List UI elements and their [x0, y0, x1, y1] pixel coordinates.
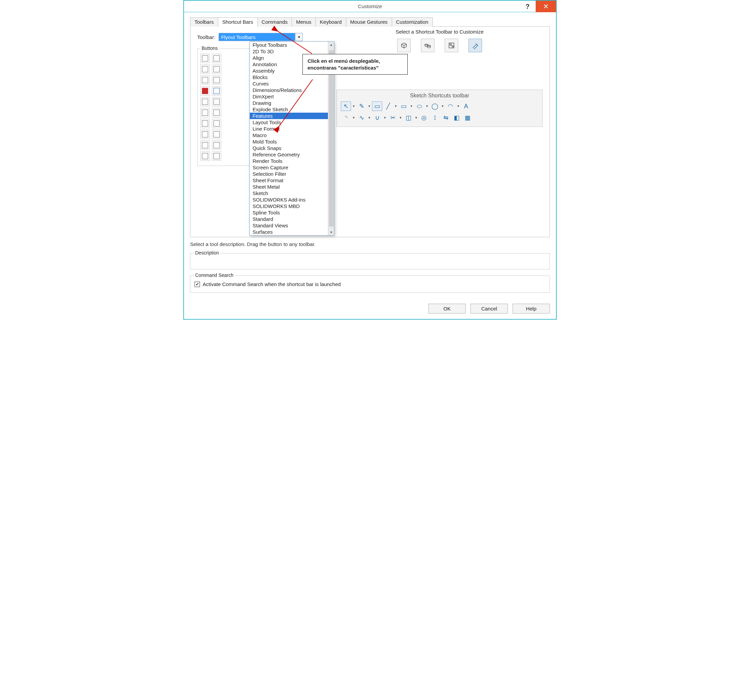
dropdown-item[interactable]: Standard — [250, 216, 328, 222]
rectangle-icon[interactable]: ▭ — [398, 101, 409, 111]
offset-icon[interactable]: ◎ — [419, 113, 429, 122]
scroll-thumb[interactable] — [329, 50, 334, 226]
palette-icon[interactable] — [200, 54, 210, 63]
tab-toolbars[interactable]: Toolbars — [190, 17, 218, 27]
tab-shortcut-bars[interactable]: Shortcut Bars — [218, 17, 258, 27]
palette-icon[interactable] — [200, 140, 210, 150]
dropdown-item[interactable]: Selection Filter — [250, 171, 328, 177]
palette-icon[interactable] — [212, 151, 221, 161]
grid-icon[interactable]: ▦ — [462, 113, 473, 122]
text-icon[interactable]: A — [461, 101, 471, 111]
dropdown-caret-icon[interactable]: ▼ — [367, 113, 371, 122]
palette-icon[interactable] — [200, 65, 210, 74]
dropdown-caret-icon[interactable]: ▼ — [425, 101, 429, 111]
cancel-button[interactable]: Cancel — [470, 304, 508, 313]
palette-icon[interactable] — [200, 86, 210, 96]
palette-icon[interactable] — [200, 151, 210, 161]
dropdown-caret-icon[interactable]: ▼ — [409, 101, 413, 111]
dropdown-item[interactable]: Quick Snaps — [250, 145, 328, 151]
palette-icon[interactable] — [212, 65, 221, 74]
palette-icon[interactable] — [212, 108, 221, 118]
smart-dimension-icon[interactable]: ✎ — [357, 101, 367, 111]
dropdown-item[interactable]: SOLIDWORKS Add-ins — [250, 197, 328, 203]
arc-icon[interactable]: ◠ — [445, 101, 455, 111]
dropdown-item[interactable]: Flyout Toolbars — [250, 42, 328, 48]
dropdown-caret-icon[interactable]: ▼ — [398, 113, 402, 122]
tab-keyboard[interactable]: Keyboard — [315, 17, 346, 27]
palette-icon[interactable] — [212, 140, 221, 150]
dropdown-item[interactable]: Sheet Metal — [250, 184, 328, 190]
dropdown-caret-icon[interactable]: ▼ — [441, 101, 445, 111]
dropdown-caret-icon[interactable]: ▼ — [414, 113, 418, 122]
slot-icon[interactable]: ⬭ — [414, 101, 424, 111]
parabola-icon[interactable]: ∪ — [372, 113, 382, 122]
dropdown-caret-icon[interactable]: ▼ — [383, 113, 387, 122]
palette-icon[interactable] — [200, 119, 210, 128]
dropdown-item[interactable]: Layout Tools — [250, 119, 328, 125]
palette-icon[interactable] — [200, 129, 210, 139]
dropdown-item[interactable]: Screen Capture — [250, 164, 328, 171]
dropdown-item[interactable]: Spline Tools — [250, 209, 328, 216]
dropdown-caret-icon[interactable]: ▼ — [352, 113, 356, 122]
help-icon[interactable]: ? — [519, 1, 536, 12]
dropdown-item[interactable]: Sketch — [250, 190, 328, 197]
scroll-up-icon[interactable]: ▴ — [330, 43, 332, 47]
palette-icon[interactable] — [200, 108, 210, 118]
dropdown-item[interactable]: Dimensions/Relations — [250, 87, 328, 93]
tab-mouse-gestures[interactable]: Mouse Gestures — [346, 17, 392, 27]
dropdown-item[interactable]: Sheet Format — [250, 177, 328, 184]
help-button[interactable]: Help — [513, 304, 550, 313]
command-search-checkbox[interactable]: ✓ — [195, 282, 200, 287]
palette-icon[interactable] — [212, 54, 221, 63]
dropdown-caret-icon[interactable]: ▼ — [352, 101, 356, 111]
dropdown-item[interactable]: Macro — [250, 132, 328, 138]
dropdown-item[interactable]: Standard Views — [250, 222, 328, 229]
dropdown-item[interactable]: Blocks — [250, 74, 328, 81]
toolbar-combobox[interactable]: Flyout Toolbars ▾ — [219, 33, 303, 41]
dropdown-item[interactable]: Drawing — [250, 100, 328, 106]
palette-icon[interactable] — [212, 97, 221, 107]
titlebar-controls: ? ✕ — [519, 1, 556, 12]
dropdown-caret-icon[interactable]: ▼ — [367, 101, 371, 111]
tab-menus[interactable]: Menus — [292, 17, 316, 27]
dropdown-item[interactable]: Line Format — [250, 125, 328, 132]
dropdown-caret-icon[interactable]: ▼ — [456, 101, 460, 111]
fillet-icon[interactable]: ◝ — [341, 113, 351, 122]
dropdown-item[interactable]: Mold Tools — [250, 138, 328, 145]
assembly-shortcut-icon[interactable] — [421, 39, 435, 52]
dropdown-caret-icon[interactable]: ▼ — [394, 101, 398, 111]
dropdown-item[interactable]: Render Tools — [250, 158, 328, 164]
tab-commands[interactable]: Commands — [257, 17, 292, 27]
spline-icon[interactable]: ∿ — [357, 113, 367, 122]
line-icon[interactable]: ╱ — [383, 101, 393, 111]
dropdown-item[interactable]: Surfaces — [250, 229, 328, 235]
corner-rectangle-icon[interactable]: ▭ — [372, 101, 382, 111]
palette-icon[interactable] — [212, 75, 221, 85]
mirror-icon[interactable]: ⇋ — [441, 113, 451, 122]
scroll-down-icon[interactable]: ▾ — [330, 230, 332, 234]
close-icon[interactable]: ✕ — [536, 1, 556, 12]
dropdown-item[interactable]: DimXpert — [250, 93, 328, 100]
sketch-shortcut-icon[interactable] — [469, 39, 482, 52]
dropdown-item[interactable]: Explode Sketch — [250, 106, 328, 113]
cube-icon[interactable]: ◧ — [451, 113, 461, 122]
select-tool-icon[interactable]: ↖ — [341, 101, 351, 111]
drawing-shortcut-icon[interactable] — [445, 39, 458, 52]
dropdown-item[interactable]: Reference Geometry — [250, 151, 328, 158]
palette-icon[interactable] — [200, 75, 210, 85]
dropdown-item[interactable]: SOLIDWORKS MBD — [250, 203, 328, 209]
palette-icon[interactable] — [212, 119, 221, 128]
mirror-left-icon[interactable]: ⟟ — [430, 113, 440, 122]
ok-button[interactable]: OK — [428, 304, 466, 313]
trim-icon[interactable]: ✂ — [388, 113, 398, 122]
chevron-down-icon[interactable]: ▾ — [295, 33, 302, 41]
part-shortcut-icon[interactable] — [397, 39, 411, 52]
box-icon[interactable]: ◫ — [403, 113, 413, 122]
dropdown-item[interactable]: Features — [250, 113, 328, 119]
palette-icon[interactable] — [212, 86, 221, 96]
tab-customization[interactable]: Customization — [392, 17, 433, 27]
palette-icon[interactable] — [200, 97, 210, 107]
dropdown-item[interactable]: Curves — [250, 81, 328, 87]
palette-icon[interactable] — [212, 129, 221, 139]
circle-icon[interactable]: ◯ — [430, 101, 440, 111]
